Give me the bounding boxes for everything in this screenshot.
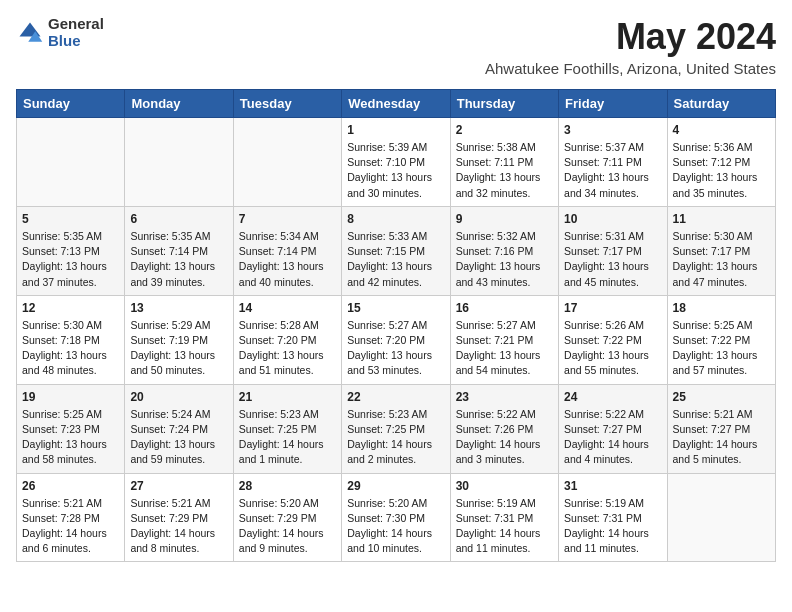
calendar-cell: 25Sunrise: 5:21 AM Sunset: 7:27 PM Dayli… [667,384,775,473]
calendar-cell: 14Sunrise: 5:28 AM Sunset: 7:20 PM Dayli… [233,295,341,384]
logo-text: General Blue [48,16,104,49]
calendar-cell: 6Sunrise: 5:35 AM Sunset: 7:14 PM Daylig… [125,206,233,295]
calendar-cell: 7Sunrise: 5:34 AM Sunset: 7:14 PM Daylig… [233,206,341,295]
header-cell-tuesday: Tuesday [233,90,341,118]
calendar-cell: 31Sunrise: 5:19 AM Sunset: 7:31 PM Dayli… [559,473,667,562]
day-number: 20 [130,390,227,404]
header-cell-wednesday: Wednesday [342,90,450,118]
day-info: Sunrise: 5:36 AM Sunset: 7:12 PM Dayligh… [673,140,770,201]
day-info: Sunrise: 5:19 AM Sunset: 7:31 PM Dayligh… [456,496,553,557]
week-row-2: 5Sunrise: 5:35 AM Sunset: 7:13 PM Daylig… [17,206,776,295]
calendar-header: SundayMondayTuesdayWednesdayThursdayFrid… [17,90,776,118]
week-row-3: 12Sunrise: 5:30 AM Sunset: 7:18 PM Dayli… [17,295,776,384]
day-number: 23 [456,390,553,404]
day-info: Sunrise: 5:23 AM Sunset: 7:25 PM Dayligh… [347,407,444,468]
calendar-cell: 21Sunrise: 5:23 AM Sunset: 7:25 PM Dayli… [233,384,341,473]
day-info: Sunrise: 5:38 AM Sunset: 7:11 PM Dayligh… [456,140,553,201]
calendar-cell: 30Sunrise: 5:19 AM Sunset: 7:31 PM Dayli… [450,473,558,562]
header-cell-sunday: Sunday [17,90,125,118]
day-number: 29 [347,479,444,493]
month-year: May 2024 [485,16,776,58]
day-info: Sunrise: 5:23 AM Sunset: 7:25 PM Dayligh… [239,407,336,468]
day-number: 26 [22,479,119,493]
day-number: 28 [239,479,336,493]
calendar-cell: 29Sunrise: 5:20 AM Sunset: 7:30 PM Dayli… [342,473,450,562]
day-number: 11 [673,212,770,226]
calendar-cell: 24Sunrise: 5:22 AM Sunset: 7:27 PM Dayli… [559,384,667,473]
day-info: Sunrise: 5:20 AM Sunset: 7:30 PM Dayligh… [347,496,444,557]
day-number: 6 [130,212,227,226]
day-number: 21 [239,390,336,404]
day-number: 14 [239,301,336,315]
day-number: 8 [347,212,444,226]
calendar-cell: 26Sunrise: 5:21 AM Sunset: 7:28 PM Dayli… [17,473,125,562]
logo-blue: Blue [48,33,104,50]
day-number: 24 [564,390,661,404]
calendar-cell: 1Sunrise: 5:39 AM Sunset: 7:10 PM Daylig… [342,118,450,207]
day-info: Sunrise: 5:30 AM Sunset: 7:17 PM Dayligh… [673,229,770,290]
day-number: 18 [673,301,770,315]
calendar-cell: 20Sunrise: 5:24 AM Sunset: 7:24 PM Dayli… [125,384,233,473]
calendar-cell: 9Sunrise: 5:32 AM Sunset: 7:16 PM Daylig… [450,206,558,295]
calendar-cell: 19Sunrise: 5:25 AM Sunset: 7:23 PM Dayli… [17,384,125,473]
day-number: 17 [564,301,661,315]
header-cell-thursday: Thursday [450,90,558,118]
day-info: Sunrise: 5:27 AM Sunset: 7:21 PM Dayligh… [456,318,553,379]
day-info: Sunrise: 5:35 AM Sunset: 7:13 PM Dayligh… [22,229,119,290]
day-info: Sunrise: 5:28 AM Sunset: 7:20 PM Dayligh… [239,318,336,379]
day-number: 31 [564,479,661,493]
day-info: Sunrise: 5:22 AM Sunset: 7:26 PM Dayligh… [456,407,553,468]
day-info: Sunrise: 5:25 AM Sunset: 7:23 PM Dayligh… [22,407,119,468]
day-number: 9 [456,212,553,226]
day-number: 2 [456,123,553,137]
day-info: Sunrise: 5:34 AM Sunset: 7:14 PM Dayligh… [239,229,336,290]
calendar-cell: 5Sunrise: 5:35 AM Sunset: 7:13 PM Daylig… [17,206,125,295]
day-info: Sunrise: 5:31 AM Sunset: 7:17 PM Dayligh… [564,229,661,290]
calendar-cell [125,118,233,207]
calendar-body: 1Sunrise: 5:39 AM Sunset: 7:10 PM Daylig… [17,118,776,562]
day-info: Sunrise: 5:27 AM Sunset: 7:20 PM Dayligh… [347,318,444,379]
header-cell-saturday: Saturday [667,90,775,118]
day-info: Sunrise: 5:32 AM Sunset: 7:16 PM Dayligh… [456,229,553,290]
day-number: 22 [347,390,444,404]
calendar-cell: 27Sunrise: 5:21 AM Sunset: 7:29 PM Dayli… [125,473,233,562]
day-number: 16 [456,301,553,315]
day-number: 12 [22,301,119,315]
day-info: Sunrise: 5:21 AM Sunset: 7:29 PM Dayligh… [130,496,227,557]
calendar-cell: 22Sunrise: 5:23 AM Sunset: 7:25 PM Dayli… [342,384,450,473]
day-info: Sunrise: 5:29 AM Sunset: 7:19 PM Dayligh… [130,318,227,379]
header-cell-friday: Friday [559,90,667,118]
day-info: Sunrise: 5:21 AM Sunset: 7:28 PM Dayligh… [22,496,119,557]
logo-general: General [48,16,104,33]
calendar-cell: 10Sunrise: 5:31 AM Sunset: 7:17 PM Dayli… [559,206,667,295]
day-info: Sunrise: 5:25 AM Sunset: 7:22 PM Dayligh… [673,318,770,379]
calendar-cell: 13Sunrise: 5:29 AM Sunset: 7:19 PM Dayli… [125,295,233,384]
day-number: 4 [673,123,770,137]
logo-icon [16,19,44,47]
calendar-cell: 18Sunrise: 5:25 AM Sunset: 7:22 PM Dayli… [667,295,775,384]
day-info: Sunrise: 5:22 AM Sunset: 7:27 PM Dayligh… [564,407,661,468]
week-row-4: 19Sunrise: 5:25 AM Sunset: 7:23 PM Dayli… [17,384,776,473]
calendar-cell: 12Sunrise: 5:30 AM Sunset: 7:18 PM Dayli… [17,295,125,384]
calendar-cell: 28Sunrise: 5:20 AM Sunset: 7:29 PM Dayli… [233,473,341,562]
calendar-cell: 2Sunrise: 5:38 AM Sunset: 7:11 PM Daylig… [450,118,558,207]
calendar-cell: 3Sunrise: 5:37 AM Sunset: 7:11 PM Daylig… [559,118,667,207]
day-info: Sunrise: 5:37 AM Sunset: 7:11 PM Dayligh… [564,140,661,201]
calendar-cell [667,473,775,562]
page-header: General Blue May 2024 Ahwatukee Foothill… [16,16,776,77]
calendar-cell: 11Sunrise: 5:30 AM Sunset: 7:17 PM Dayli… [667,206,775,295]
title-block: May 2024 Ahwatukee Foothills, Arizona, U… [485,16,776,77]
day-info: Sunrise: 5:30 AM Sunset: 7:18 PM Dayligh… [22,318,119,379]
calendar-cell: 15Sunrise: 5:27 AM Sunset: 7:20 PM Dayli… [342,295,450,384]
day-number: 1 [347,123,444,137]
day-info: Sunrise: 5:21 AM Sunset: 7:27 PM Dayligh… [673,407,770,468]
day-number: 15 [347,301,444,315]
week-row-5: 26Sunrise: 5:21 AM Sunset: 7:28 PM Dayli… [17,473,776,562]
calendar-cell: 23Sunrise: 5:22 AM Sunset: 7:26 PM Dayli… [450,384,558,473]
day-info: Sunrise: 5:24 AM Sunset: 7:24 PM Dayligh… [130,407,227,468]
day-info: Sunrise: 5:35 AM Sunset: 7:14 PM Dayligh… [130,229,227,290]
day-number: 13 [130,301,227,315]
day-info: Sunrise: 5:20 AM Sunset: 7:29 PM Dayligh… [239,496,336,557]
day-number: 7 [239,212,336,226]
day-number: 10 [564,212,661,226]
